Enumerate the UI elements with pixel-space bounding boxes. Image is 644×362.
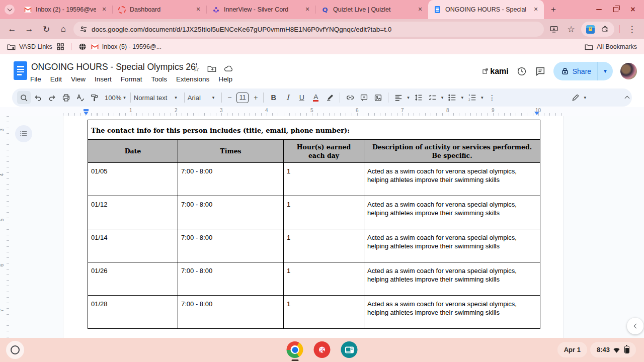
move-to-folder-icon[interactable] [207, 65, 216, 72]
bold-button[interactable]: B [267, 91, 280, 104]
italic-button[interactable]: I [281, 91, 294, 104]
spell-check-icon[interactable] [73, 91, 87, 104]
cell-hours[interactable]: 1 [284, 262, 364, 296]
tab-innerview[interactable]: InnerView - Silver Cord × [207, 0, 315, 19]
header-date[interactable]: Date [88, 140, 178, 163]
new-tab-button[interactable]: + [547, 3, 560, 16]
checklist-icon[interactable] [426, 91, 439, 104]
numbered-list-icon[interactable]: 12 [465, 91, 479, 104]
zoom-caret-icon[interactable]: ▾ [123, 95, 126, 100]
align-icon[interactable] [391, 91, 405, 104]
close-window-button[interactable]: × [629, 6, 637, 14]
more-options-icon[interactable]: ⋮ [485, 91, 499, 104]
cell-date[interactable]: 01/05 [88, 163, 178, 196]
cell-hours[interactable]: 1 [284, 196, 364, 229]
save-page-icon[interactable] [547, 22, 561, 36]
cell-hours[interactable]: 1 [284, 229, 364, 262]
reload-button[interactable]: ↻ [39, 22, 53, 36]
hide-menus-button[interactable] [625, 88, 629, 107]
status-tray[interactable]: 8:43 [590, 342, 636, 357]
collapse-side-panel-button[interactable] [627, 318, 643, 334]
share-button[interactable]: Share ▼ [553, 62, 613, 80]
menu-insert[interactable]: Insert [90, 74, 116, 84]
add-comment-icon[interactable] [357, 91, 371, 104]
style-caret-icon[interactable]: ▾ [175, 95, 177, 100]
cell-times[interactable]: 7:00 - 8:00 [178, 196, 284, 229]
menu-tools[interactable]: Tools [147, 74, 172, 84]
kami-extension-button[interactable]: kami [482, 67, 508, 76]
cell-description[interactable]: Acted as a swim coach for verona special… [364, 262, 540, 296]
header-times[interactable]: Times [178, 140, 284, 163]
menu-extensions[interactable]: Extensions [172, 74, 214, 84]
highlight-color-icon[interactable] [323, 91, 337, 104]
comments-icon[interactable] [535, 66, 546, 77]
cell-times[interactable]: 7:00 - 8:00 [178, 262, 284, 296]
cell-date[interactable]: 01/14 [88, 229, 178, 262]
bookmark-globe[interactable] [78, 43, 87, 51]
extensions-puzzle-icon[interactable] [601, 25, 609, 34]
align-caret-icon[interactable]: ▾ [407, 95, 410, 100]
search-menus-icon[interactable] [17, 91, 31, 104]
star-document-icon[interactable]: ☆ [193, 64, 200, 73]
password-extension-icon[interactable] [586, 25, 595, 34]
left-indent-marker[interactable] [84, 112, 89, 115]
document-title[interactable]: ONGOING HOURS - Special Olympics 26' [31, 62, 197, 72]
tab-close-button[interactable]: × [416, 6, 424, 14]
bookmark-star-icon[interactable]: ☆ [564, 22, 578, 36]
line-spacing-icon[interactable] [412, 91, 425, 104]
tab-ongoing-hours-active[interactable]: ONGOING HOURS - Special Ol × [428, 0, 544, 19]
launcher-button[interactable] [6, 341, 24, 359]
cell-times[interactable]: 7:00 - 8:00 [178, 163, 284, 196]
cell-hours[interactable]: 1 [284, 296, 364, 329]
minimize-button[interactable] [595, 6, 603, 14]
address-bar[interactable]: docs.google.com/document/d/1JX25Itiol5uE… [73, 22, 544, 37]
cell-description[interactable]: Acted as a swim coach for verona special… [364, 163, 540, 196]
cloud-saved-icon[interactable] [224, 65, 233, 72]
url-text[interactable]: docs.google.com/document/d/1JX25Itiol5uE… [92, 26, 391, 33]
calendar-pill[interactable]: Apr 1 [557, 342, 587, 357]
header-hours[interactable]: Hour(s) earned each day [284, 140, 364, 163]
forward-button[interactable]: → [22, 22, 36, 36]
font-caret-icon[interactable]: ▾ [212, 95, 215, 100]
bulleted-list-icon[interactable] [445, 91, 459, 104]
paint-format-icon[interactable] [88, 91, 101, 104]
header-description[interactable]: Description of activity or services perf… [364, 140, 540, 163]
menu-edit[interactable]: Edit [46, 74, 66, 84]
tab-dashboard[interactable]: Dashboard × [113, 0, 206, 19]
cell-hours[interactable]: 1 [284, 163, 364, 196]
show-outline-button[interactable] [15, 125, 32, 142]
cell-times[interactable]: 7:00 - 8:00 [178, 229, 284, 262]
cell-description[interactable]: Acted as a swim coach for verona special… [364, 296, 540, 329]
editing-mode-caret-icon[interactable]: ▾ [584, 95, 586, 100]
right-indent-marker[interactable] [534, 112, 539, 115]
menu-help[interactable]: Help [214, 74, 237, 84]
font-size-input[interactable]: 11 [236, 93, 249, 103]
tab-close-button[interactable]: × [100, 6, 108, 14]
tab-close-button[interactable]: × [303, 6, 311, 14]
insert-image-icon[interactable] [371, 91, 385, 104]
home-button[interactable]: ⌂ [56, 22, 70, 36]
document-page[interactable]: The contact info for this person include… [63, 116, 564, 338]
paragraph-style-select[interactable]: Normal text [134, 94, 167, 102]
tab-gmail[interactable]: Inbox (2) - 19596@verona.k1 × [19, 0, 112, 19]
google-docs-logo[interactable] [14, 61, 27, 80]
cell-date[interactable]: 01/26 [88, 262, 178, 296]
screencast-app-icon[interactable] [341, 341, 358, 358]
menu-file[interactable]: File [30, 74, 46, 84]
version-history-icon[interactable] [516, 66, 527, 77]
tab-quizlet[interactable]: Q Quizlet Live | Quizlet × [316, 0, 428, 19]
menu-format[interactable]: Format [116, 74, 147, 84]
increase-font-size-button[interactable]: + [251, 91, 260, 104]
chrome-app-icon[interactable] [287, 341, 303, 358]
zoom-level[interactable]: 100% [105, 94, 121, 102]
restore-window-button[interactable] [612, 6, 620, 14]
back-button[interactable]: ← [5, 22, 19, 36]
apps-grid-button[interactable] [57, 43, 64, 50]
bulleted-list-caret-icon[interactable]: ▾ [461, 95, 463, 100]
text-color-button[interactable]: A [309, 91, 323, 104]
insert-link-icon[interactable] [343, 91, 357, 104]
numbered-list-caret-icon[interactable]: ▾ [481, 95, 484, 100]
all-bookmarks-button[interactable]: All Bookmarks [585, 43, 637, 50]
cell-description[interactable]: Acted as a swim coach for verona special… [364, 229, 540, 262]
menu-view[interactable]: View [66, 74, 90, 84]
